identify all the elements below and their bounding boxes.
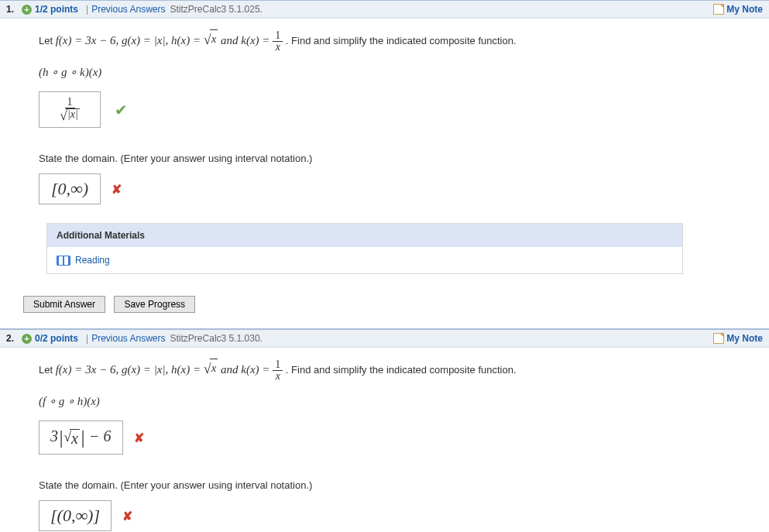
answer-input-1[interactable]: 3|√x| − 6 [39,420,123,455]
k-def: k(x) = [241,363,273,376]
my-notes-label: My Note [726,4,763,15]
x-icon: ✘ [122,509,132,523]
answer1-numerator: 1 [65,97,75,108]
question-header: 1. + 1/2 points | Previous Answers Stitz… [0,1,769,19]
one-over-x: 1x [273,359,283,382]
expand-icon[interactable]: + [22,5,32,15]
sqrt-x: √x [204,359,218,379]
note-icon [713,333,724,344]
answer-row-1: 1 √|x| ✔ [39,91,769,128]
separator: | [86,333,88,344]
materials-title: Additional Materials [47,224,682,247]
domain-prompt: State the domain. (Enter your answer usi… [0,146,769,169]
instruction-text: . Find and simplify the indicated compos… [286,364,517,376]
question-text: Let f(x) = 3x − 6, g(x) = |x|, h(x) = √x… [0,348,769,390]
save-button[interactable]: Save Progress [114,296,195,313]
question-2: 2. + 0/2 points | Previous Answers Stitz… [0,329,769,532]
answer-row-2: [(0,∞)] ✘ [39,500,769,531]
note-icon [713,4,724,15]
function-definitions: f(x) = 3x − 6, g(x) = |x|, h(x) = [56,363,204,376]
answer-input-2[interactable]: [(0,∞)] [39,500,112,531]
one-over-x: 1x [273,30,283,53]
answer1-radicand: |x| [67,108,78,120]
my-notes-link[interactable]: My Note [713,4,763,15]
answer-row-2: [0,∞) ✘ [39,173,769,204]
sqrt-x: √x [204,29,218,50]
answer-input-1[interactable]: 1 √|x| [39,91,101,128]
my-notes-link[interactable]: My Note [713,333,763,344]
points-label[interactable]: 1/2 points [35,4,78,15]
answer-input-2[interactable]: [0,∞) [39,173,101,204]
expand-icon[interactable]: + [22,334,32,344]
question-number: 1. [6,4,14,15]
function-definitions: f(x) = 3x − 6, g(x) = |x|, h(x) = [56,34,204,46]
x-icon: ✘ [134,431,144,445]
previous-answers-link[interactable]: Previous Answers [91,4,165,15]
separator: | [86,4,88,15]
question-header: 2. + 0/2 points | Previous Answers Stitz… [0,330,769,348]
submit-button[interactable]: Submit Answer [23,296,105,313]
my-notes-label: My Note [726,333,763,344]
check-icon: ✔ [115,101,128,119]
button-row: Submit Answer Save Progress [23,296,769,313]
x-icon: ✘ [112,182,122,197]
question-1: 1. + 1/2 points | Previous Answers Stitz… [0,0,769,329]
composite-expression: (h ∘ g ∘ k)(x) [0,60,769,87]
question-text: Let f(x) = 3x − 6, g(x) = |x|, h(x) = √x… [0,19,769,60]
answer-row-1: 3|√x| − 6 ✘ [39,420,769,455]
topic-label: StitzPreCalc3 5.1.025. [170,4,263,15]
domain-prompt: State the domain. (Enter your answer usi… [0,473,769,496]
topic-label: StitzPreCalc3 5.1.030. [170,333,263,344]
let-prefix: Let [39,364,56,376]
and-text: and [221,34,241,46]
instruction-text: . Find and simplify the indicated compos… [286,35,517,46]
question-number: 2. [6,333,14,344]
k-def: k(x) = [241,34,273,46]
composite-expression: (f ∘ g ∘ h)(x) [0,390,769,416]
additional-materials: Additional Materials Reading [46,223,683,274]
points-label[interactable]: 0/2 points [35,333,78,344]
book-icon [57,256,70,266]
let-prefix: Let [39,35,56,46]
and-text: and [221,363,241,376]
reading-link[interactable]: Reading [75,255,110,266]
previous-answers-link[interactable]: Previous Answers [91,333,165,344]
